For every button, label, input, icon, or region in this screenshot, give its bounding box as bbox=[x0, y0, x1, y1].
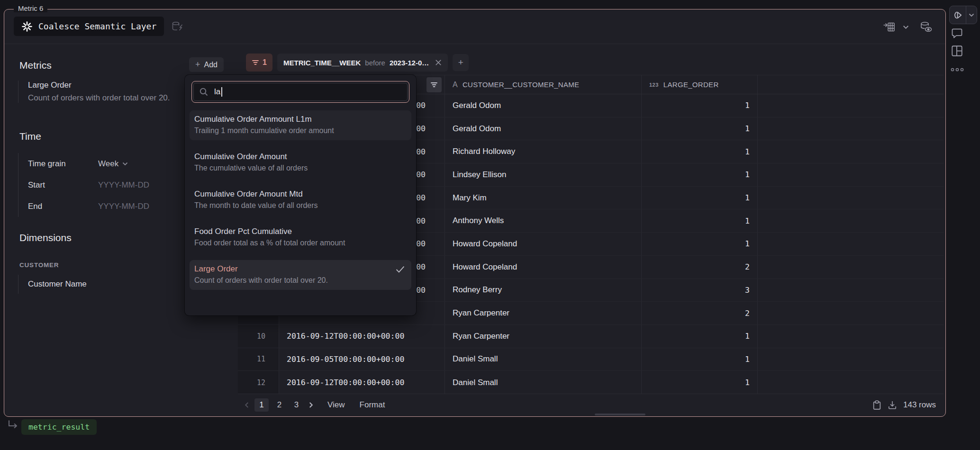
cell-filler bbox=[758, 233, 944, 255]
filter-count: 1 bbox=[263, 58, 267, 67]
download-icon[interactable] bbox=[888, 400, 897, 410]
cell-customer-name: Howard Copeland bbox=[445, 256, 642, 279]
time-settings: Time grain Week Start YYYY-MM-DD End YYY… bbox=[18, 153, 184, 217]
cell-large-order: 3 bbox=[642, 279, 758, 302]
filter-chip[interactable]: METRIC_TIME__WEEK before 2023-12-0… bbox=[277, 54, 448, 72]
table-row[interactable]: 11 2016-09-05T00:00:00+00:00 Daniel Smal… bbox=[238, 348, 944, 371]
cell-large-order: 1 bbox=[642, 348, 758, 371]
filter-count-badge[interactable]: 1 bbox=[246, 54, 272, 72]
table-row[interactable]: 10 2016-09-12T00:00:00+00:00 Ryan Carpen… bbox=[238, 325, 944, 348]
time-grain-label: Time grain bbox=[28, 159, 98, 169]
cell-filler bbox=[758, 302, 944, 324]
table-arrow-icon[interactable] bbox=[883, 21, 895, 33]
cell-large-order: 1 bbox=[642, 233, 758, 255]
dimension-item-label: Customer Name bbox=[28, 279, 87, 289]
metric-option-description: Count of orders with order total over 20… bbox=[194, 276, 407, 285]
copy-icon[interactable] bbox=[872, 400, 881, 410]
cell-customer-name: Howard Copeland bbox=[445, 233, 642, 255]
run-options-chevron-icon[interactable] bbox=[966, 13, 977, 17]
comment-bubble-icon[interactable] bbox=[951, 28, 963, 39]
metric-option[interactable]: Cumulative Order Amount The cumulative v… bbox=[190, 148, 411, 178]
start-date-row: Start YYYY-MM-DD bbox=[28, 174, 184, 196]
metric-option[interactable]: Large Order Count of orders with order t… bbox=[190, 260, 411, 290]
check-icon bbox=[396, 266, 405, 273]
metric-name: Large Order bbox=[28, 81, 170, 90]
chevron-down-icon bbox=[122, 162, 128, 166]
cell-customer-name: Ryan Carpenter bbox=[445, 302, 642, 324]
metric-option[interactable]: Cumulative Order Amount Mtd The month to… bbox=[190, 185, 411, 215]
metric-description: Count of orders with order total over 20… bbox=[28, 93, 170, 103]
cell-date: 2016-09-12T00:00:00+00:00 bbox=[279, 371, 445, 394]
view-button[interactable]: View bbox=[327, 400, 345, 410]
add-filter-button[interactable]: + bbox=[453, 54, 469, 71]
cell-customer-name: Ryan Carpenter bbox=[445, 325, 642, 348]
database-bolt-icon[interactable] bbox=[171, 21, 184, 32]
metric-option[interactable]: Food Order Pct Cumulative Food order tot… bbox=[190, 223, 411, 252]
value-column-header[interactable]: 123 LARGE_ORDER bbox=[642, 75, 758, 94]
output-arrow-icon bbox=[7, 420, 19, 430]
source-pill-label: Coalesce Semantic Layer bbox=[38, 21, 156, 31]
metrics-heading: Metrics bbox=[19, 60, 52, 71]
page-button-2[interactable]: 2 bbox=[273, 398, 286, 412]
cell-large-order: 1 bbox=[642, 371, 758, 394]
format-button[interactable]: Format bbox=[360, 400, 385, 410]
prev-page-icon[interactable] bbox=[243, 402, 250, 408]
cell-large-order: 1 bbox=[642, 140, 758, 163]
source-pill[interactable]: Coalesce Semantic Layer bbox=[14, 17, 164, 36]
remove-filter-icon[interactable] bbox=[435, 59, 442, 66]
cell-header: Coalesce Semantic Layer bbox=[4, 9, 945, 44]
layout-panels-icon[interactable] bbox=[951, 45, 963, 57]
cell-filler bbox=[758, 348, 944, 371]
metric-option-title: Cumulative Order Amount Mtd bbox=[194, 189, 407, 199]
ellipsis-icon[interactable] bbox=[951, 67, 964, 72]
column-filter-button[interactable] bbox=[426, 77, 442, 92]
page-button-3[interactable]: 3 bbox=[290, 398, 303, 412]
start-label: Start bbox=[28, 180, 98, 190]
cell-large-order: 2 bbox=[642, 256, 758, 279]
page: { "page": { "output_variable": "metric_r… bbox=[0, 0, 980, 450]
metric-option-description: The month to date value of all orders bbox=[194, 201, 407, 210]
metric-option-title: Cumulative Order Amount bbox=[194, 152, 407, 162]
rows-count-label: 143 rows bbox=[903, 400, 936, 410]
cell-filler bbox=[758, 163, 944, 186]
time-grain-value: Week bbox=[98, 159, 118, 169]
cell-filler bbox=[758, 256, 944, 279]
page-button-1[interactable]: 1 bbox=[254, 398, 269, 412]
text-caret bbox=[221, 87, 222, 97]
cell-filler bbox=[758, 371, 944, 394]
cell-filler bbox=[758, 279, 944, 302]
end-label: End bbox=[28, 202, 98, 211]
plus-icon: + bbox=[195, 60, 200, 70]
metric-search-input[interactable] bbox=[213, 87, 402, 97]
time-grain-select[interactable]: Week bbox=[98, 159, 128, 169]
search-icon bbox=[199, 87, 209, 97]
cell-large-order: 1 bbox=[642, 209, 758, 232]
metric-option-description: The cumulative value of all orders bbox=[194, 164, 407, 172]
add-metric-button[interactable]: + Add bbox=[189, 57, 224, 72]
cell-filler bbox=[758, 94, 944, 117]
metric-search-dropdown: Cumulative Order Ammount L1m Trailing 1 … bbox=[185, 75, 416, 315]
output-variable-pill[interactable]: metric_result bbox=[21, 419, 97, 435]
database-eye-icon[interactable] bbox=[919, 21, 933, 33]
start-date-input[interactable]: YYYY-MM-DD bbox=[98, 180, 149, 190]
cell-row-index: 12 bbox=[238, 371, 279, 394]
cell-customer-name: Gerald Odom bbox=[445, 94, 642, 117]
filter-chip-value: 2023-12-0… bbox=[390, 59, 429, 67]
customer-column-label: CUSTOMER__CUSTOMER_NAME bbox=[463, 81, 579, 89]
dimension-item[interactable]: Customer Name bbox=[18, 275, 87, 294]
metric-cell: Metric 6 Coalesce Semantic Layer bbox=[4, 9, 946, 417]
cell-large-order: 2 bbox=[642, 302, 758, 324]
end-date-input[interactable]: YYYY-MM-DD bbox=[98, 202, 149, 211]
metric-option-description: Trailing 1 month cumulative order amount bbox=[194, 126, 407, 135]
number-type-icon: 123 bbox=[649, 82, 659, 88]
horizontal-scrollbar[interactable] bbox=[595, 414, 645, 415]
next-page-icon[interactable] bbox=[307, 402, 315, 408]
chevron-down-icon[interactable] bbox=[903, 25, 909, 29]
filter-chip-field: METRIC_TIME__WEEK bbox=[283, 59, 361, 67]
selected-metric-item[interactable]: Large Order Count of orders with order t… bbox=[18, 81, 170, 103]
customer-column-header[interactable]: A CUSTOMER__CUSTOMER_NAME bbox=[445, 75, 642, 94]
cell-filler bbox=[758, 117, 944, 140]
metric-option[interactable]: Cumulative Order Ammount L1m Trailing 1 … bbox=[190, 110, 411, 140]
table-row[interactable]: 12 2016-09-12T00:00:00+00:00 Daniel Smal… bbox=[238, 371, 944, 394]
run-cell-icon[interactable] bbox=[950, 10, 966, 20]
